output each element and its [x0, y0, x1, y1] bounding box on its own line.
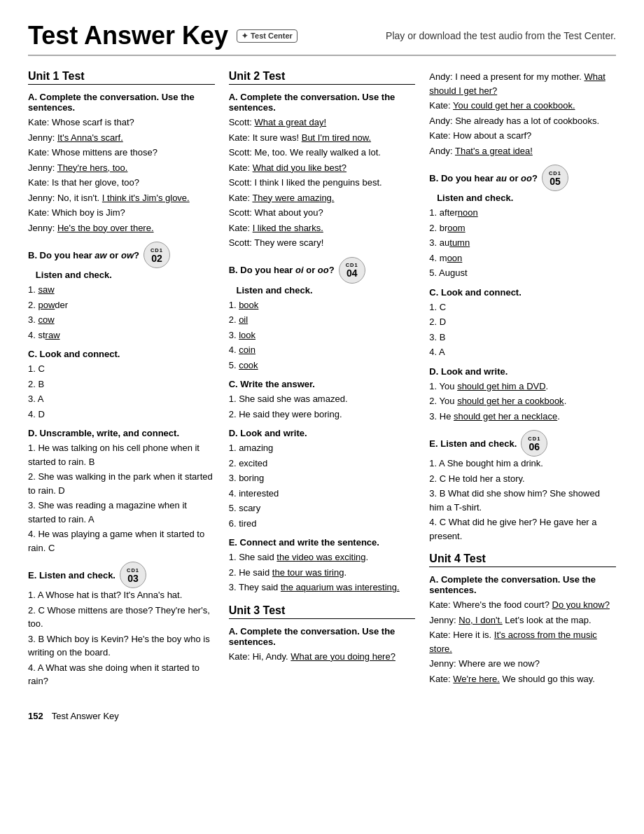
unit2-d5: 5. scary — [229, 501, 416, 515]
unit2-d2: 2. excited — [229, 457, 416, 471]
column-1: Unit 1 Test A. Complete the conversation… — [28, 70, 229, 690]
unit2-b1: 1. book — [229, 298, 416, 312]
unit1-sectionB-subtitle: Listen and check. — [28, 270, 215, 280]
unit2-sectionD-title: D. Look and write. — [229, 428, 416, 438]
unit2-a-line7: Scott: What about you? — [229, 206, 416, 220]
unit2-d6: 6. tired — [229, 517, 416, 531]
star-icon: ✦ — [241, 32, 248, 41]
header-subtitle: Play or download the test audio from the… — [386, 30, 616, 41]
unit3-b3: 3. autumn — [429, 236, 616, 250]
footer-page-number: 152 — [28, 711, 43, 721]
unit1-e3: 3. B Which boy is Kevin? He's the boy wh… — [28, 632, 215, 660]
unit1-sectionE-header: E. Listen and check. CD1 03 — [28, 562, 215, 588]
unit2-d1: 1. amazing — [229, 441, 416, 455]
unit1-c4: 4. D — [28, 408, 215, 422]
unit3-d3: 3. He should get her a necklace. — [429, 410, 616, 424]
cd-badge-06: CD1 06 — [521, 430, 547, 457]
unit2-c2: 2. He said they were boring. — [229, 408, 416, 422]
unit4-title: Unit 4 Test — [429, 552, 616, 567]
unit2-e1: 1. She said the video was exciting. — [229, 550, 416, 564]
unit1-b4: 4. straw — [28, 328, 215, 342]
unit1-e2: 2. C Whose mittens are those? They're he… — [28, 604, 215, 631]
unit2-a-line1: Scott: What a great day! — [229, 116, 416, 130]
unit1-sectionE-title: E. Listen and check. — [28, 570, 115, 581]
unit1-sectionB-title: B. Do you hear aw or ow? — [28, 250, 139, 260]
unit3-a-line3: Kate: You could get her a cookbook. — [429, 99, 616, 113]
unit3-e2: 2. C He told her a story. — [429, 472, 616, 486]
cd-badge-04: CD1 04 — [339, 257, 365, 284]
unit3-a-line2: Andy: I need a present for my mother. Wh… — [429, 70, 616, 97]
unit2-b4: 4. coin — [229, 343, 416, 357]
unit4-a-line1: Kate: Where's the food court? Do you kno… — [429, 598, 616, 612]
unit2-a-line6: Kate: They were amazing. — [229, 191, 416, 205]
unit3-sectionB-title: B. Do you hear au or oo? — [429, 173, 538, 183]
unit1-sectionD-title: D. Unscramble, write, and connect. — [28, 428, 215, 438]
cd-badge-03: CD1 03 — [120, 562, 146, 588]
column-3: Andy: I need a present for my mother. Wh… — [429, 70, 616, 690]
unit2-e2: 2. He said the tour was tiring. — [229, 566, 416, 580]
unit3-c1: 1. C — [429, 300, 616, 314]
unit2-e3: 3. They said the aquarium was interestin… — [229, 581, 416, 595]
unit3-e1: 1. A She bought him a drink. — [429, 457, 616, 471]
unit1-line-6: Jenny: No, it isn't. I think it's Jim's … — [28, 191, 215, 205]
unit3-b5: 5. August — [429, 266, 616, 280]
footer: 152 Test Answer Key — [28, 711, 616, 721]
footer-label: Test Answer Key — [52, 711, 119, 721]
unit1-line-1: Kate: Whose scarf is that? — [28, 116, 215, 130]
unit2-d3: 3. boring — [229, 471, 416, 485]
unit1-d1: 1. He was talking on his cell phone when… — [28, 441, 215, 468]
unit1-line-5: Kate: Is that her glove, too? — [28, 176, 215, 190]
unit1-d3: 3. She was reading a magazine when it st… — [28, 499, 215, 526]
unit1-e4: 4. A What was she doing when it started … — [28, 661, 215, 688]
unit1-line-8: Jenny: He's the boy over there. — [28, 221, 215, 235]
unit1-c2: 2. B — [28, 377, 215, 391]
unit2-title: Unit 2 Test — [229, 70, 416, 85]
unit3-sectionA-title: A. Complete the conversation. Use the se… — [229, 626, 416, 647]
unit1-sectionB-header: B. Do you hear aw or ow? CD1 02 — [28, 242, 215, 268]
unit3-a-line4: Andy: She already has a lot of cookbooks… — [429, 114, 616, 128]
unit1-line-7: Kate: Which boy is Jim? — [28, 206, 215, 220]
unit3-sectionE-header: E. Listen and check. CD1 06 — [429, 430, 616, 457]
unit3-sectionB-subtitle: Listen and check. — [429, 193, 616, 203]
unit2-c1: 1. She said she was amazed. — [229, 392, 416, 406]
unit3-e3: 3. B What did she show him? She showed h… — [429, 487, 616, 514]
unit1-line-4: Jenny: They're hers, too. — [28, 161, 215, 175]
unit3-sectionD-title: D. Look and write. — [429, 366, 616, 377]
unit3-b4: 4. moon — [429, 251, 616, 265]
unit3-a-line6: Andy: That's a great idea! — [429, 144, 616, 158]
unit1-d2: 2. She was walking in the park when it s… — [28, 470, 215, 497]
unit3-e4: 4. C What did he give her? He gave her a… — [429, 515, 616, 543]
cd-badge-02: CD1 02 — [144, 242, 170, 268]
header-divider — [28, 55, 616, 56]
unit3-c2: 2. D — [429, 315, 616, 329]
unit2-a-line2: Kate: It sure was! But I'm tired now. — [229, 131, 416, 145]
unit1-sectionA-title: A. Complete the conversation. Use the se… — [28, 92, 215, 113]
unit4-a-line4: Jenny: Where are we now? — [429, 657, 616, 671]
unit3-d2: 2. You should get her a cookbook. — [429, 394, 616, 408]
unit1-line-3: Kate: Whose mittens are those? — [28, 146, 215, 160]
unit2-a-line4: Kate: What did you like best? — [229, 161, 416, 175]
test-center-badge: ✦ Test Center — [237, 29, 298, 43]
unit2-sectionA-title: A. Complete the conversation. Use the se… — [229, 92, 416, 113]
unit2-sectionB-subtitle: Listen and check. — [229, 285, 416, 296]
header: Test Answer Key ✦ Test Center Play or do… — [28, 21, 616, 56]
unit4-sectionA-title: A. Complete the conversation. Use the se… — [429, 574, 616, 595]
unit2-d4: 4. interested — [229, 487, 416, 501]
unit2-sectionC-title: C. Write the answer. — [229, 379, 416, 389]
unit3-sectionE-title: E. Listen and check. — [429, 438, 517, 449]
unit2-a-line9: Scott: They were scary! — [229, 236, 416, 250]
unit2-sectionB-title: B. Do you hear oi or oo? — [229, 265, 335, 275]
unit1-c1: 1. C — [28, 362, 215, 376]
unit1-b2: 2. powder — [28, 298, 215, 312]
unit1-sectionC-title: C. Look and connect. — [28, 349, 215, 359]
page-title: Test Answer Key — [28, 21, 228, 50]
unit2-a-line5: Scott: I think I liked the penguins best… — [229, 176, 416, 190]
unit3-a-line5: Kate: How about a scarf? — [429, 129, 616, 143]
unit2-b5: 5. cook — [229, 359, 416, 373]
unit1-title: Unit 1 Test — [28, 70, 215, 85]
unit1-c3: 3. A — [28, 392, 215, 406]
unit2-sectionB-header: B. Do you hear oi or oo? CD1 04 — [229, 257, 416, 284]
unit3-a-line1: Kate: Hi, Andy. What are you doing here? — [229, 650, 416, 664]
cd-badge-05: CD1 05 — [542, 165, 568, 191]
unit4-a-line5: Kate: We're here. We should go this way. — [429, 672, 616, 686]
